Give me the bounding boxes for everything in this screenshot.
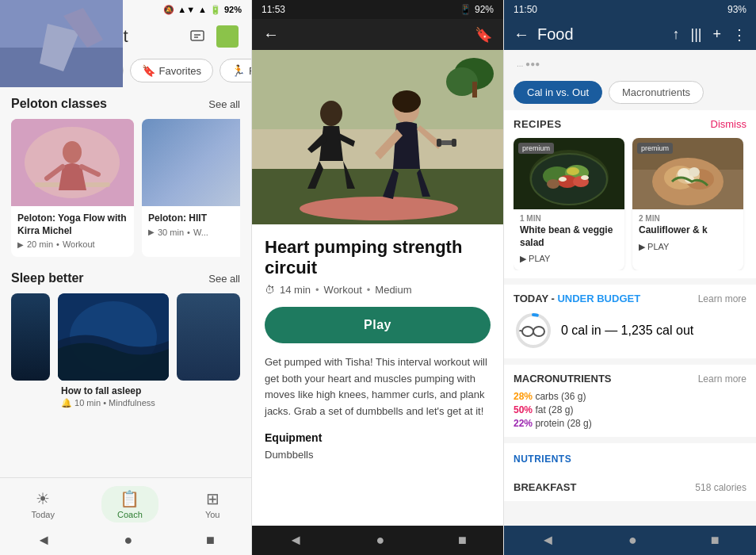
back-btn-2[interactable]: ◄ [288, 532, 303, 549]
recents-btn-1[interactable]: ■ [206, 532, 215, 549]
macro-learn-more[interactable]: Learn more [698, 373, 746, 385]
macro-fat: 50% fat (28 g) [514, 404, 746, 415]
chip-running[interactable]: 🏃 Running [220, 59, 251, 82]
equipment-text: Dumbbells [265, 449, 491, 461]
status-bar-3: 11:50 93% [504, 0, 756, 19]
android-nav-1: ◄ ● ■ [0, 526, 251, 555]
play-icon-yoga: ▶ [17, 240, 24, 249]
user-avatar[interactable] [216, 25, 239, 48]
food-content: RECIPES Dismiss [504, 110, 756, 526]
barcode-icon[interactable]: ||| [690, 26, 701, 44]
bottom-nav: ☀ Today 📋 Coach ⊞ You [0, 477, 251, 526]
bookmark-icon[interactable]: 🔖 [475, 26, 492, 44]
yoga-type: Workout [63, 239, 95, 249]
budget-title: TODAY - UNDER BUDGET [514, 293, 640, 304]
you-label: You [205, 510, 220, 519]
sleep-name: How to fall asleep [61, 385, 166, 396]
panel-fitbit: 11:58 🔕 ▲▼ ▲ 🔋 92% fitbit [0, 0, 252, 555]
svg-point-8 [63, 141, 82, 163]
sleep-info: How to fall asleep 🔔 10 min • Mindfulnes… [58, 381, 169, 413]
class-card-hiit[interactable]: Peloton: HIIT ▶ 30 min • W... [142, 119, 240, 257]
workout-details: Heart pumping strength circuit ⏱ 14 min … [252, 224, 503, 526]
svg-rect-25 [437, 139, 441, 147]
recipe-info-1: 1 MIN White bean & veggie salad ▶ PLAY [514, 209, 624, 270]
share-icon[interactable]: ↑ [672, 26, 679, 44]
cal-in: 0 cal in [561, 323, 601, 337]
play-icon-hiit: ▶ [148, 228, 155, 236]
home-btn-2[interactable]: ● [376, 532, 385, 549]
status-icons-1: 🔕 ▲▼ ▲ 🔋 92% [163, 5, 242, 15]
recipe-img-2: premium [632, 138, 743, 209]
you-icon: ⊞ [206, 489, 220, 508]
workout-header: ← 🔖 [252, 19, 503, 50]
food-title: Food [537, 25, 664, 44]
nav-you[interactable]: ⊞ You [189, 486, 236, 522]
home-btn-1[interactable]: ● [124, 532, 133, 549]
nav-coach[interactable]: 📋 Coach [101, 486, 158, 522]
recipes-section: RECIPES Dismiss [504, 110, 756, 278]
recents-btn-2[interactable]: ■ [458, 532, 467, 549]
yoga-thumbnail [11, 119, 134, 206]
recents-btn-3[interactable]: ■ [711, 532, 720, 549]
sleep-see-all[interactable]: See all [208, 273, 240, 285]
breakfast-title: BREAKFAST [514, 481, 576, 493]
workout-description: Get pumped with Tisha! This interval wor… [265, 354, 491, 420]
android-nav-3: ◄ ● ■ [504, 526, 756, 555]
class-card-yoga[interactable]: Peloton: Yoga Flow with Kirra Michel ▶ 2… [11, 119, 134, 257]
budget-learn-more[interactable]: Learn more [698, 293, 746, 304]
dismiss-button[interactable]: Dismiss [711, 118, 747, 130]
nutrients-button[interactable]: NUTRIENTS [514, 454, 571, 465]
recipe-play-1[interactable]: ▶ PLAY [520, 254, 618, 264]
recipe-play-2[interactable]: ▶ PLAY [639, 242, 737, 252]
back-arrow-2[interactable]: ← [263, 25, 279, 44]
yoga-meta: ▶ 20 min • Workout [17, 239, 128, 249]
battery-icon: 🔋 [210, 5, 221, 15]
home-btn-3[interactable]: ● [628, 532, 637, 549]
scroll-indicator: ... ●●● [504, 50, 756, 75]
favorites-icon: 🔖 [142, 64, 155, 77]
tab-cal-in-out[interactable]: Cal in vs. Out [514, 81, 602, 104]
recipe-name-1: White bean & veggie salad [520, 224, 618, 249]
tab-macronutrients[interactable]: Macronutrients [609, 81, 704, 104]
meta-dot-yoga: • [56, 239, 59, 249]
back-btn-1[interactable]: ◄ [36, 532, 51, 549]
svg-point-21 [320, 101, 342, 126]
peloton-title: Peloton classes [11, 97, 107, 111]
breakfast-header: BREAKFAST 518 calories [514, 481, 746, 493]
status-icons-2: 📱 92% [460, 4, 494, 15]
messages-icon[interactable] [186, 25, 208, 48]
peloton-see-all[interactable]: See all [208, 98, 240, 110]
recipe-cards: premium 1 MIN White bean & veggie salad … [514, 138, 746, 270]
hiit-duration: 30 min [158, 228, 184, 237]
add-icon[interactable]: + [712, 26, 721, 44]
breakfast-calories: 518 calories [695, 482, 746, 493]
back-btn-3[interactable]: ◄ [540, 532, 555, 549]
peloton-cards: Peloton: Yoga Flow with Kirra Michel ▶ 2… [11, 119, 240, 257]
svg-point-37 [581, 175, 589, 180]
progress-ring [514, 311, 553, 350]
recipe-time-2: 2 MIN [639, 214, 737, 223]
recipe-name-2: Cauliflower & k [639, 224, 737, 237]
svg-point-35 [567, 167, 579, 175]
panel-workout: 11:53 📱 92% ← 🔖 [252, 0, 504, 555]
time-3: 11:50 [514, 4, 537, 15]
premium-badge-1: premium [518, 143, 554, 154]
whatsapp-icon: 📱 [460, 4, 472, 15]
recipe-card-1[interactable]: premium 1 MIN White bean & veggie salad … [514, 138, 624, 270]
recipe-info-2: 2 MIN Cauliflower & k ▶ PLAY [632, 209, 743, 258]
sleep-card-main[interactable]: How to fall asleep 🔔 10 min • Mindfulnes… [58, 293, 169, 413]
chip-favorites[interactable]: 🔖 Favorites [130, 59, 213, 82]
more-icon[interactable]: ⋮ [732, 26, 746, 44]
play-button[interactable]: Play [265, 307, 491, 343]
sleep-cards: How to fall asleep 🔔 10 min • Mindfulnes… [11, 293, 240, 413]
nav-today[interactable]: ☀ Today [16, 486, 71, 522]
recipes-title: RECIPES [514, 118, 562, 130]
sleep-header: Sleep better See all [11, 265, 240, 285]
cal-info: 0 cal in — 1,235 cal out [561, 323, 693, 338]
svg-rect-16 [252, 129, 504, 169]
back-arrow-3[interactable]: ← [514, 25, 529, 44]
workout-level: Medium [375, 284, 411, 296]
svg-rect-4 [191, 31, 204, 40]
recipe-card-2[interactable]: premium 2 MIN Cauliflower & k ▶ PLAY [632, 138, 743, 270]
yoga-info: Peloton: Yoga Flow with Kirra Michel ▶ 2… [11, 206, 134, 257]
